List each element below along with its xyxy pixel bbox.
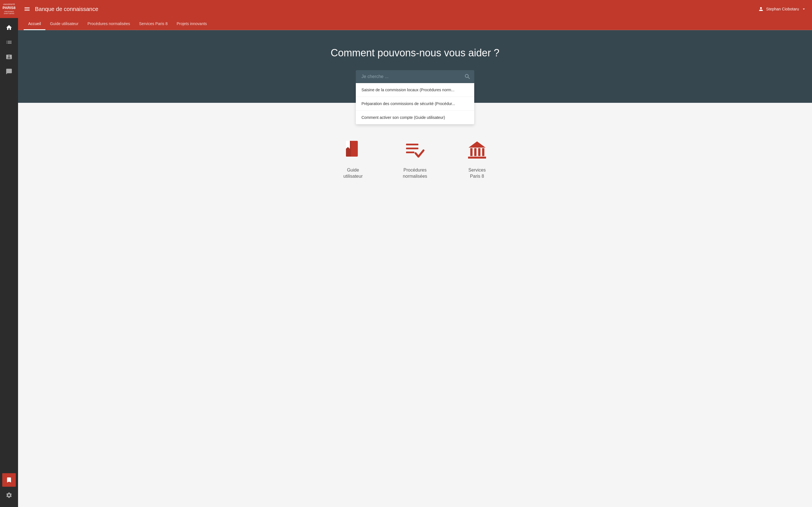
sidebar-bottom [2,473,16,507]
sidebar: UNIVERSITÉ PARIS8 VINCENNESSAINT-DENIS [0,0,18,507]
svg-marker-6 [469,142,486,148]
dropdown-item-0[interactable]: Saisine de la commission locaux (Procédu… [356,83,474,97]
menu-icon[interactable] [24,6,31,12]
svg-rect-11 [468,157,486,159]
app-title: Banque de connaissance [35,6,758,12]
sidebar-item-bookmark[interactable] [2,473,16,487]
guide-icon [340,137,366,163]
main-content: Banque de connaissance Stephan Ciobotaru… [18,0,812,507]
svg-rect-3 [406,144,418,145]
svg-rect-5 [406,152,414,153]
card-services[interactable]: Services Paris 8 [457,137,497,180]
tab-projets[interactable]: Projets innovants [172,18,211,30]
dropdown-item-2[interactable]: Comment activer son compte (Guide utilis… [356,111,474,124]
card-procedures[interactable]: Procédures normalisées [395,137,435,180]
sidebar-item-list[interactable] [2,36,16,49]
svg-rect-10 [482,148,485,156]
sidebar-item-badge[interactable] [2,50,16,64]
card-guide[interactable]: Guide utilisateur [333,137,373,180]
search-container: Saisine de la commission locaux (Procédu… [356,70,474,83]
logo[interactable]: UNIVERSITÉ PARIS8 VINCENNESSAINT-DENIS [0,0,18,18]
tab-accueil[interactable]: Accueil [24,18,45,30]
svg-rect-9 [478,148,480,156]
search-dropdown: Saisine de la commission locaux (Procédu… [356,83,474,124]
services-icon [464,137,490,163]
tab-services[interactable]: Services Paris 8 [135,18,172,30]
svg-rect-4 [406,148,418,149]
card-procedures-label: Procédures normalisées [403,167,427,180]
topbar: Banque de connaissance Stephan Ciobotaru [18,0,812,18]
sidebar-nav [0,18,18,473]
search-button[interactable] [464,73,471,80]
procedures-icon [402,137,428,163]
user-menu[interactable]: Stephan Ciobotaru [758,6,806,12]
nav-tabs: Accueil Guide utilisateur Procédures nor… [18,18,812,30]
card-services-label: Services Paris 8 [468,167,486,180]
card-guide-label: Guide utilisateur [343,167,363,180]
user-name: Stephan Ciobotaru [766,7,799,11]
svg-rect-7 [470,148,472,156]
sidebar-item-home[interactable] [2,21,16,34]
svg-rect-8 [474,148,476,156]
search-input[interactable] [356,70,474,83]
hero-title: Comment pouvons-nous vous aider ? [331,47,499,59]
content-section: Nos connaissances Guide utilisateur [18,103,812,507]
sidebar-item-comment[interactable] [2,65,16,78]
dropdown-item-1[interactable]: Préparation des commissions de sécurité … [356,97,474,111]
hero-section: Comment pouvons-nous vous aider ? Saisin… [18,30,812,103]
sidebar-item-settings[interactable] [2,489,16,502]
cards-grid: Guide utilisateur Procéd [24,137,806,180]
tab-guide[interactable]: Guide utilisateur [45,18,83,30]
tab-procedures[interactable]: Procédures normalisées [83,18,135,30]
